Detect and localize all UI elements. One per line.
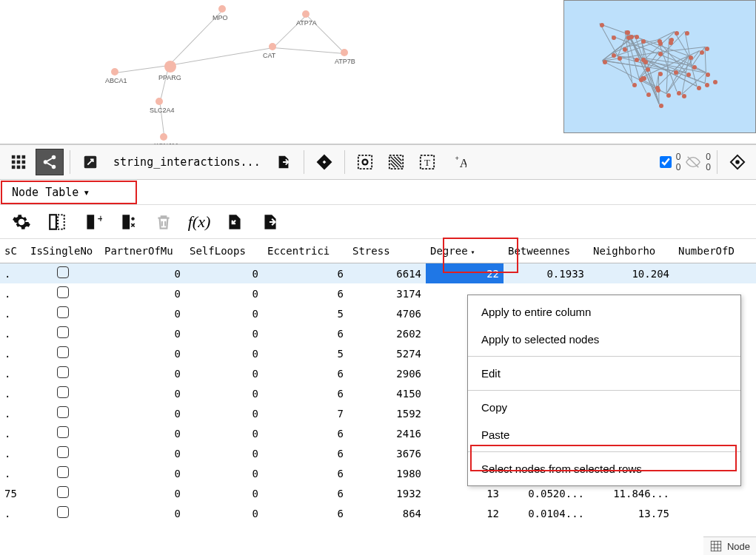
network-node[interactable]	[269, 43, 276, 50]
status-bar: Node	[703, 536, 756, 555]
export-network-button[interactable]	[270, 149, 298, 175]
svg-text:+: +	[455, 155, 458, 162]
show-label-button[interactable]: T	[413, 149, 441, 175]
gear-icon[interactable]	[10, 211, 33, 233]
always-show-graphics-button[interactable]	[351, 149, 379, 175]
detach-view-button[interactable]	[76, 149, 104, 175]
network-view[interactable]: MPOATP7ACATATP7BABCA1PPARGSLC2A4KCNJ11	[0, 0, 756, 144]
svg-line-12	[47, 158, 52, 161]
hidden-eye-icon	[685, 154, 701, 170]
row-checkbox[interactable]	[57, 506, 69, 518]
duplicate-column-icon[interactable]	[117, 211, 139, 233]
menu-divider	[468, 451, 740, 452]
network-node-label: ABCA1	[105, 77, 127, 84]
row-checkbox[interactable]	[57, 386, 69, 398]
row-checkbox[interactable]	[57, 406, 69, 418]
main-toolbar: string_interactions... T +A 00 00	[0, 144, 756, 180]
svg-rect-7	[17, 166, 21, 169]
node-table-tab[interactable]: Node Table ▾	[6, 183, 96, 202]
row-checkbox[interactable]	[57, 426, 69, 438]
menu-item-copy[interactable]: Copy	[468, 394, 740, 421]
network-node[interactable]	[164, 61, 176, 73]
svg-text:+: +	[98, 212, 103, 224]
table-row[interactable]: 750061932130.0520...11.846...	[0, 483, 756, 503]
chevron-down-icon: ▾	[83, 186, 90, 199]
network-node[interactable]	[302, 10, 310, 18]
row-checkbox[interactable]	[57, 306, 69, 318]
column-header-degree[interactable]: Degree▾	[426, 239, 504, 263]
row-checkbox[interactable]	[57, 346, 69, 358]
column-header-sc[interactable]: sC	[0, 239, 26, 263]
svg-point-27	[736, 161, 739, 164]
menu-divider	[468, 390, 740, 391]
column-header-stress[interactable]: Stress	[348, 239, 426, 263]
table-toolbar: + f(x)	[0, 205, 756, 239]
crosshair-button[interactable]	[723, 149, 752, 175]
sort-indicator-icon: ▾	[471, 248, 475, 256]
table-row[interactable]: .006864120.0104...13.75	[0, 503, 756, 523]
add-annotation-button[interactable]: +A	[444, 149, 472, 175]
svg-point-19	[363, 161, 367, 164]
add-column-icon[interactable]: +	[81, 211, 104, 233]
svg-rect-0	[12, 155, 16, 159]
row-checkbox[interactable]	[57, 446, 69, 458]
network-node[interactable]	[160, 133, 167, 141]
hide-graphics-button[interactable]	[382, 149, 410, 175]
row-checkbox[interactable]	[57, 286, 69, 298]
menu-item-edit[interactable]: Edit	[468, 360, 740, 387]
menu-item-apply-to-selected-nodes[interactable]: Apply to selected nodes	[468, 326, 740, 353]
svg-point-11	[52, 165, 56, 169]
column-header-betweennes[interactable]: Betweennes	[504, 239, 589, 263]
svg-text:T: T	[424, 158, 430, 168]
grid-view-button[interactable]	[4, 149, 33, 175]
column-header-partnerofmu[interactable]: PartnerOfMu	[100, 239, 185, 263]
row-checkbox[interactable]	[57, 266, 69, 278]
network-node[interactable]	[155, 98, 163, 105]
column-header-neighborho[interactable]: Neighborho	[589, 239, 674, 263]
svg-rect-5	[22, 161, 26, 164]
table-panel-tabs: Node Table ▾	[0, 180, 756, 205]
main-network-canvas[interactable]: MPOATP7ACATATP7BABCA1PPARGSLC2A4KCNJ11	[0, 0, 548, 144]
row-checkbox[interactable]	[57, 466, 69, 478]
network-node[interactable]	[218, 5, 226, 13]
network-overview-panel[interactable]	[563, 0, 756, 133]
function-builder-icon[interactable]: f(x)	[188, 211, 210, 233]
row-checkbox[interactable]	[57, 366, 69, 378]
column-header-eccentrici[interactable]: Eccentrici	[263, 239, 348, 263]
svg-line-13	[47, 163, 52, 166]
column-header-numberofd[interactable]: NumberOfD	[674, 239, 756, 263]
svg-rect-31	[711, 541, 721, 551]
columns-icon[interactable]	[46, 211, 68, 233]
menu-item-paste[interactable]: Paste	[468, 421, 740, 448]
row-checkbox[interactable]	[57, 326, 69, 338]
column-header-selfloops[interactable]: SelfLoops	[185, 239, 263, 263]
selection-counter: 00 00	[660, 152, 711, 172]
network-node-label: ATP7B	[335, 58, 355, 65]
network-node[interactable]	[341, 49, 348, 56]
svg-text:A: A	[460, 156, 466, 170]
network-node-label: KCNJ11	[154, 142, 179, 144]
table-header-row: sCIsSingleNoPartnerOfMuSelfLoopsEccentri…	[0, 239, 756, 263]
svg-rect-3	[12, 161, 16, 164]
selection-checkbox[interactable]	[660, 156, 672, 168]
svg-rect-4	[17, 161, 21, 164]
network-node-label: MPO	[213, 14, 228, 21]
svg-rect-1	[17, 155, 21, 159]
svg-rect-6	[12, 166, 16, 169]
fit-content-button[interactable]	[310, 149, 338, 175]
network-name-label: string_interactions...	[113, 155, 261, 169]
export-table-icon[interactable]	[259, 211, 281, 233]
row-checkbox[interactable]	[57, 486, 69, 498]
table-row[interactable]: .0066614220.193310.204	[0, 263, 756, 284]
column-header-issingleno[interactable]: IsSingleNo	[26, 239, 100, 263]
menu-item-apply-to-entire-column[interactable]: Apply to entire column	[468, 298, 740, 326]
menu-item-select-nodes-from-selected-rows[interactable]: Select nodes from selected rows	[468, 455, 740, 482]
column-context-menu: Apply to entire columnApply to selected …	[467, 295, 741, 486]
import-table-icon[interactable]	[224, 211, 246, 233]
svg-point-9	[44, 160, 48, 164]
network-node[interactable]	[111, 68, 118, 75]
menu-divider	[468, 356, 740, 357]
network-node-label: ATP7A	[296, 19, 317, 27]
share-view-button[interactable]	[36, 149, 64, 175]
svg-rect-8	[22, 166, 26, 169]
